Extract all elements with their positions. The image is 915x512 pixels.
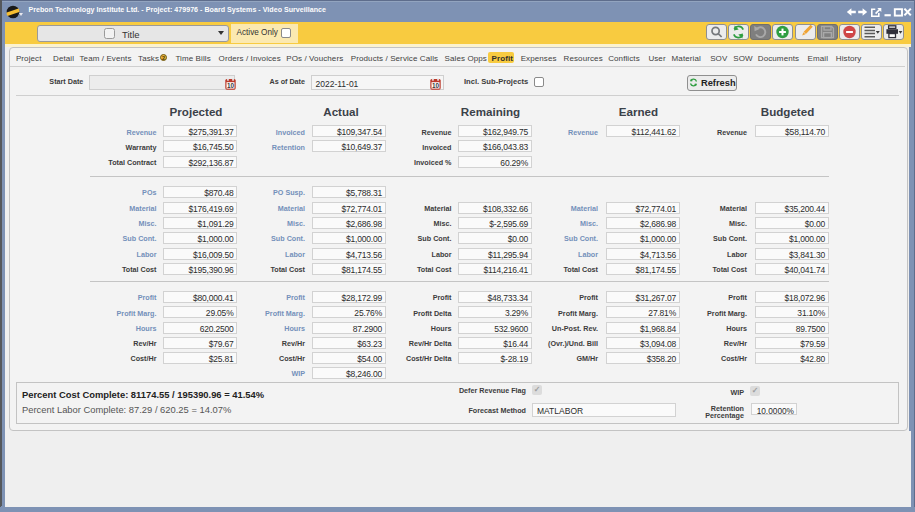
svg-text:10: 10 (432, 81, 440, 88)
svg-text:10: 10 (227, 81, 235, 88)
